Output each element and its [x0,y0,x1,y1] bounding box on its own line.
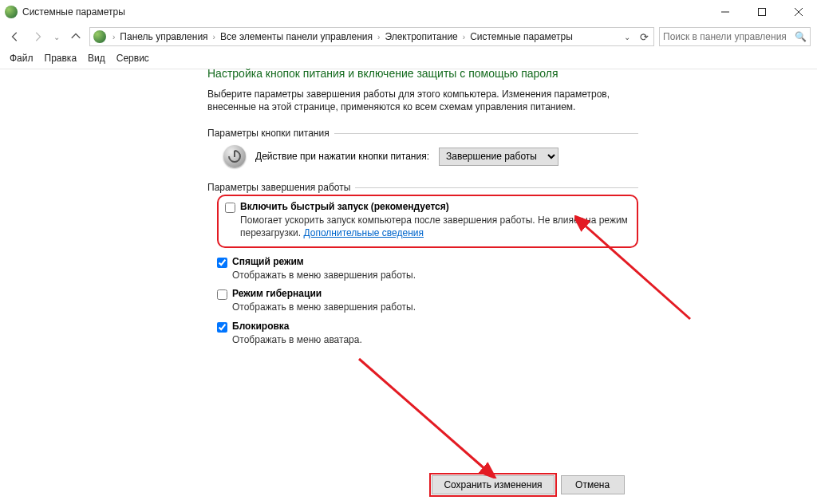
sleep-checkbox-label[interactable]: Спящий режим [217,256,638,268]
breadcrumb-power[interactable]: Электропитание› [383,28,468,45]
address-dropdown[interactable]: ⌄ [620,33,634,41]
fast-startup-more-link[interactable]: Дополнительные сведения [303,227,423,238]
page-heading: Настройка кнопок питания и включение защ… [207,67,638,80]
lock-desc: Отображать в меню аватара. [232,334,638,347]
sleep-desc: Отображать в меню завершения работы. [232,270,638,282]
svg-line-5 [359,359,487,471]
cancel-button[interactable]: Отмена [561,475,625,494]
fast-startup-checkbox-label[interactable]: Включить быстрый запуск (рекомендуется) [225,201,630,213]
app-icon [5,6,18,18]
lock-checkbox[interactable] [217,322,227,333]
content-area: Настройка кнопок питания и включение защ… [207,67,638,352]
menu-view[interactable]: Вид [88,53,105,64]
refresh-button[interactable]: ⟳ [634,31,653,43]
back-button[interactable] [6,28,24,45]
up-button[interactable] [67,28,85,45]
hibernate-label: Режим гибернации [232,288,322,299]
minimize-button[interactable] [707,0,744,24]
power-icon [223,145,246,167]
lock-label: Блокировка [232,321,290,332]
breadcrumb-all-items[interactable]: Все элементы панели управления› [219,28,383,45]
save-button[interactable]: Сохранить изменения [432,475,554,494]
footer-buttons: Сохранить изменения Отмена [0,475,817,494]
address-bar[interactable]: › Панель управления› Все элементы панели… [89,27,654,46]
page-description: Выберите параметры завершения работы для… [207,88,638,113]
section-shutdown: Параметры завершения работы [207,182,638,193]
sleep-label: Спящий режим [232,256,304,267]
forward-button[interactable] [29,28,46,45]
fast-startup-desc: Помогает ускорить запуск компьютера посл… [240,215,630,239]
breadcrumb-sep[interactable]: › [109,28,118,45]
close-button[interactable] [780,0,817,24]
breadcrumb-control-panel[interactable]: Панель управления› [118,28,219,45]
annotation-arrow-2 [351,351,511,478]
nav-bar: ⌄ › Панель управления› Все элементы пане… [0,24,817,49]
window-title: Системные параметры [22,6,707,18]
svg-rect-1 [759,9,766,16]
history-dropdown[interactable]: ⌄ [51,33,62,41]
breadcrumb-system-params[interactable]: Системные параметры [468,28,574,45]
fast-startup-checkbox[interactable] [225,203,235,213]
hibernate-checkbox-label[interactable]: Режим гибернации [217,288,638,300]
hibernate-desc: Отображать в меню завершения работы. [232,301,638,314]
menu-edit[interactable]: Правка [45,53,77,64]
section-power-button: Параметры кнопки питания [207,128,638,139]
fast-startup-label: Включить быстрый запуск (рекомендуется) [240,201,449,212]
address-icon [93,30,106,43]
title-bar: Системные параметры [0,0,817,24]
menu-file[interactable]: Файл [10,53,34,64]
menu-service[interactable]: Сервис [116,53,149,64]
maximize-button[interactable] [744,0,780,24]
lock-checkbox-label[interactable]: Блокировка [217,321,638,333]
hibernate-checkbox[interactable] [217,289,227,300]
search-icon: 🔍 [795,31,807,42]
sleep-checkbox[interactable] [217,258,227,268]
power-action-label: Действие при нажатии кнопки питания: [255,151,429,162]
power-action-select[interactable]: Завершение работы [439,148,558,166]
search-input[interactable] [663,31,795,42]
fast-startup-highlight: Включить быстрый запуск (рекомендуется) … [217,195,638,247]
search-box[interactable]: 🔍 [659,27,811,46]
